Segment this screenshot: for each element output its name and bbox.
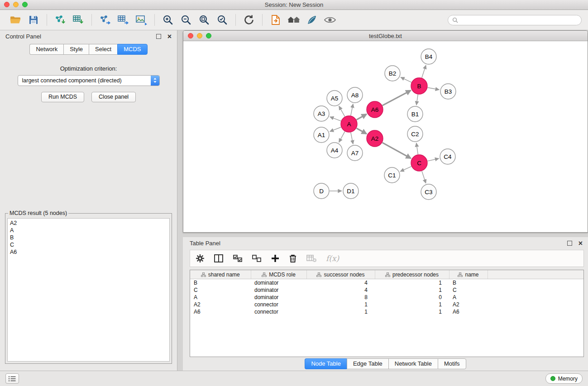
network-zoom-button[interactable] (206, 33, 211, 38)
style-button[interactable] (304, 12, 320, 28)
graph-edge-A6-B[interactable] (382, 91, 411, 105)
node-table-row[interactable]: Cdominator41C (190, 286, 583, 294)
node-table-row[interactable]: A2connector11A2 (190, 301, 583, 308)
close-table-panel-icon[interactable]: × (578, 240, 583, 247)
mcds-result-list[interactable]: A2ABCA6 (7, 218, 170, 362)
refresh-layout-button[interactable] (241, 12, 257, 28)
graph-node-A3[interactable]: A3 (314, 106, 329, 121)
import-table-button[interactable] (71, 12, 86, 28)
graph-edge-A-A1[interactable] (330, 127, 341, 132)
graph-edge-C-C2[interactable] (416, 143, 418, 154)
tab-network-table[interactable]: Network Table (388, 358, 438, 369)
node-table-row[interactable]: Bdominator41B (190, 279, 583, 287)
graph-node-D[interactable]: D (314, 183, 329, 199)
graph-node-A8[interactable]: A8 (347, 87, 363, 103)
close-window-button[interactable] (4, 2, 10, 7)
select-all-button[interactable] (233, 254, 243, 263)
graph-node-A[interactable]: A (341, 116, 357, 132)
add-column-button[interactable] (271, 254, 280, 263)
graph-node-A1[interactable]: A1 (314, 127, 329, 143)
graph-node-C3[interactable]: C3 (421, 184, 436, 200)
mcds-result-item[interactable]: A2 (10, 219, 167, 227)
node-table-row[interactable]: Adominator80A (190, 294, 583, 301)
graph-node-A7[interactable]: A7 (347, 145, 363, 161)
show-columns-button[interactable] (214, 254, 224, 263)
column-header-shared-name[interactable]: shared name (190, 270, 251, 279)
tab-motifs[interactable]: Motifs (438, 358, 466, 369)
search-input[interactable] (460, 16, 577, 24)
column-header-mcds-role[interactable]: MCDS role (251, 270, 306, 279)
graph-edge-A-A3[interactable] (330, 117, 341, 121)
tab-style[interactable]: Style (63, 44, 89, 55)
deselect-all-button[interactable] (252, 254, 262, 263)
function-builder-button[interactable]: f(x) (326, 254, 339, 263)
graph-node-B2[interactable]: B2 (385, 66, 400, 81)
mcds-result-item[interactable]: C (10, 241, 167, 248)
network-graph[interactable]: B4B2BB3A8A5A6A3B1AC2A1A2A4A7C4CC1C3DD1 (183, 41, 588, 232)
graph-node-C4[interactable]: C4 (440, 149, 455, 164)
float-table-panel-icon[interactable] (567, 241, 572, 246)
delete-column-button[interactable] (289, 254, 297, 263)
graph-edge-C-C1[interactable] (400, 167, 411, 172)
graph-edge-A-A4[interactable] (339, 132, 345, 143)
graph-node-D1[interactable]: D1 (343, 183, 359, 199)
graph-edge-A-A2[interactable] (357, 128, 367, 133)
graph-node-A5[interactable]: A5 (327, 91, 342, 106)
graph-edge-C-C4[interactable] (428, 158, 439, 161)
mcds-result-item[interactable]: A6 (10, 248, 167, 256)
graph-node-B3[interactable]: B3 (440, 84, 456, 99)
tab-select[interactable]: Select (89, 44, 117, 55)
tab-mcds[interactable]: MCDS (117, 44, 147, 55)
graph-node-B1[interactable]: B1 (407, 106, 423, 122)
close-panel-button[interactable]: Close panel (91, 92, 136, 103)
column-header-predecessor-nodes[interactable]: predecessor nodes (375, 270, 449, 279)
graph-node-C[interactable]: C (411, 155, 427, 171)
mcds-result-item[interactable]: B (10, 234, 167, 241)
graph-edge-A2-C[interactable] (382, 143, 411, 158)
import-network-button[interactable] (53, 12, 68, 28)
network-minimize-button[interactable] (197, 33, 202, 38)
open-session-button[interactable] (8, 12, 23, 28)
zoom-fit-button[interactable] (196, 12, 212, 28)
graph-node-B4[interactable]: B4 (421, 49, 436, 64)
graph-edge-A-A8[interactable] (351, 104, 353, 116)
toolbar-search[interactable] (448, 15, 582, 25)
criterion-dropdown[interactable]: largest connected component (directed) (18, 75, 160, 86)
minimize-window-button[interactable] (13, 2, 19, 7)
graph-edge-B-B3[interactable] (428, 88, 440, 90)
export-document-button[interactable] (268, 12, 283, 28)
graph-node-C1[interactable]: C1 (384, 167, 400, 183)
graph-edge-A-A5[interactable] (339, 106, 345, 116)
node-table-container[interactable]: shared name MCDS role (190, 270, 584, 357)
graph-node-B[interactable]: B (411, 78, 427, 94)
graph-edge-B-B1[interactable] (416, 95, 418, 105)
node-table-row[interactable]: A6connector11A6 (190, 308, 583, 315)
delete-table-button[interactable] (306, 254, 317, 263)
tab-edge-table[interactable]: Edge Table (347, 358, 388, 369)
network-close-button[interactable] (188, 33, 193, 38)
close-panel-icon[interactable]: × (167, 33, 172, 40)
graph-edge-B-B2[interactable] (401, 77, 411, 82)
graph-node-A6[interactable]: A6 (367, 101, 383, 118)
column-header-name[interactable]: name (449, 270, 488, 279)
mcds-result-item[interactable]: A (10, 227, 167, 234)
graph-node-A2[interactable]: A2 (367, 130, 383, 147)
tab-network[interactable]: Network (29, 44, 63, 55)
graph-edge-C-C3[interactable] (422, 171, 426, 183)
dropdown-stepper-icon[interactable] (151, 76, 159, 86)
tab-node-table[interactable]: Node Table (305, 358, 347, 369)
column-header-successor-nodes[interactable]: successor nodes (306, 270, 375, 279)
table-settings-button[interactable] (196, 254, 205, 263)
export-network-button[interactable] (97, 12, 113, 28)
task-history-button[interactable] (5, 373, 19, 384)
graph-edge-A-A6[interactable] (357, 114, 367, 119)
save-session-button[interactable] (26, 12, 41, 28)
network-canvas[interactable]: B4B2BB3A8A5A6A3B1AC2A1A2A4A7C4CC1C3DD1 (183, 41, 588, 232)
visibility-button[interactable] (322, 12, 338, 28)
export-table-button[interactable] (115, 12, 131, 28)
memory-button[interactable]: Memory (545, 373, 583, 384)
graph-edge-B-B4[interactable] (422, 65, 426, 78)
home-button[interactable] (286, 12, 301, 28)
graph-node-C2[interactable]: C2 (407, 126, 423, 142)
zoom-in-button[interactable] (160, 12, 176, 28)
